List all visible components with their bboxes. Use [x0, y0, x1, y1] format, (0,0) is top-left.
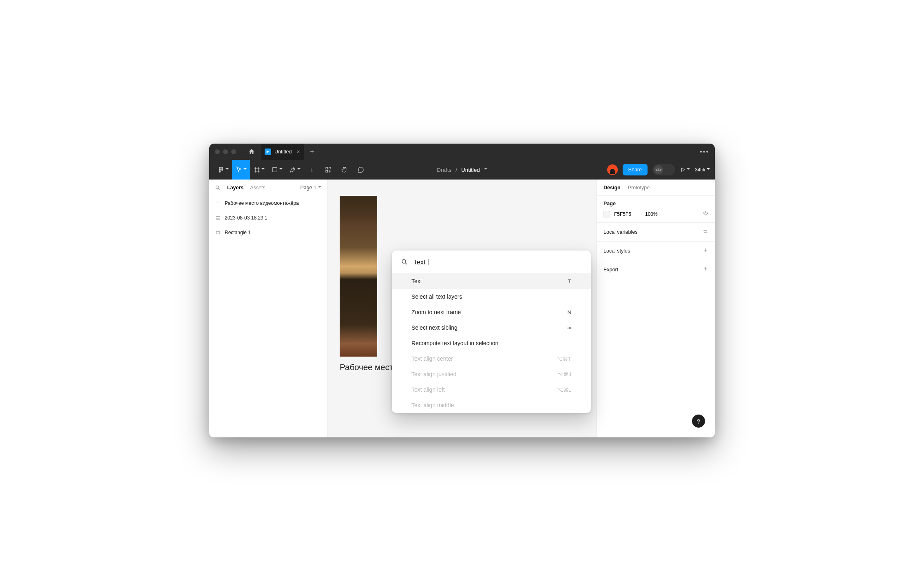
- close-tab-icon[interactable]: ×: [296, 149, 300, 155]
- minimize-window-icon[interactable]: [223, 149, 228, 154]
- maximize-window-icon[interactable]: [231, 149, 236, 154]
- breadcrumb-sep: /: [455, 167, 457, 173]
- shape-tool[interactable]: [268, 160, 286, 180]
- layer-item[interactable]: 2023-08-03 18.29 1: [209, 211, 327, 225]
- home-tab[interactable]: [242, 144, 261, 160]
- palette-item[interactable]: Select all text layers: [392, 289, 591, 304]
- chevron-down-icon: [261, 168, 265, 171]
- local-styles-label: Local styles: [603, 248, 630, 254]
- palette-item: Text align middle: [392, 397, 591, 413]
- zoom-menu[interactable]: 34%: [695, 167, 710, 173]
- app-window: Untitled × + •••: [209, 144, 715, 437]
- dev-mode-icon: </>: [654, 165, 663, 174]
- move-tool[interactable]: [232, 160, 250, 180]
- palette-item[interactable]: Select next sibling⇥: [392, 320, 591, 335]
- comment-tool[interactable]: [353, 160, 369, 180]
- svg-point-16: [402, 259, 406, 263]
- pen-tool[interactable]: [286, 160, 304, 180]
- palette-item: Text align center⌥⌘T: [392, 351, 591, 366]
- visibility-toggle-icon[interactable]: [703, 211, 708, 217]
- palette-item-label: Text align middle: [411, 402, 454, 408]
- search-icon: [401, 258, 408, 266]
- file-tab[interactable]: Untitled ×: [261, 144, 304, 160]
- tab-layers[interactable]: Layers: [227, 185, 243, 191]
- search-icon[interactable]: [215, 185, 221, 191]
- frame-tool[interactable]: [250, 160, 268, 180]
- palette-item[interactable]: TextT: [392, 273, 591, 289]
- text-cursor: [429, 259, 429, 265]
- plus-icon[interactable]: [703, 247, 708, 254]
- palette-item[interactable]: Recompute text layout in selection: [392, 335, 591, 351]
- image-layer-icon: [215, 215, 221, 221]
- layer-item[interactable]: Rectangle 1: [209, 225, 327, 240]
- svg-rect-7: [326, 167, 328, 169]
- user-avatar[interactable]: [607, 164, 618, 175]
- svg-point-14: [704, 230, 705, 231]
- text-tool[interactable]: [304, 160, 320, 180]
- close-window-icon[interactable]: [215, 149, 220, 154]
- help-button[interactable]: ?: [692, 415, 705, 428]
- settings-icon[interactable]: [703, 228, 708, 235]
- right-panel-tabs: Design Prototype: [597, 180, 715, 196]
- page-selector[interactable]: Page 1: [300, 185, 321, 191]
- chevron-down-icon: [243, 168, 247, 171]
- main-menu-button[interactable]: [214, 160, 232, 180]
- svg-point-1: [221, 167, 223, 169]
- rect-layer-icon: [215, 230, 221, 235]
- palette-item-label: Text: [411, 278, 422, 284]
- palette-search-input[interactable]: [415, 258, 582, 266]
- text-layer-icon: [215, 200, 221, 206]
- pen-icon: [289, 166, 296, 173]
- chevron-down-icon[interactable]: [484, 168, 487, 171]
- local-variables-row[interactable]: Local variables: [597, 223, 715, 242]
- layer-item[interactable]: Рабочее место видеомонтажёра: [209, 196, 327, 211]
- more-menu-icon[interactable]: •••: [700, 148, 709, 155]
- palette-item-label: Select next sibling: [411, 324, 458, 331]
- workspace: Layers Assets Page 1 Рабочее место видео…: [209, 180, 715, 437]
- dev-mode-toggle[interactable]: </>: [652, 164, 675, 175]
- zoom-level: 34%: [695, 167, 705, 173]
- palette-item-shortcut: N: [568, 309, 571, 315]
- plus-icon[interactable]: [703, 266, 708, 273]
- layer-name: Rectangle 1: [225, 230, 251, 235]
- breadcrumb-title[interactable]: Untitled: [461, 167, 480, 173]
- titlebar: Untitled × + •••: [209, 144, 715, 160]
- breadcrumb-parent[interactable]: Drafts: [437, 167, 451, 173]
- local-styles-row[interactable]: Local styles: [597, 242, 715, 260]
- page-fill-hex[interactable]: F5F5F5: [614, 211, 631, 217]
- window-controls[interactable]: [209, 149, 242, 154]
- new-tab-button[interactable]: +: [304, 144, 321, 160]
- canvas-image-layer[interactable]: [340, 196, 377, 357]
- tab-design[interactable]: Design: [603, 185, 621, 191]
- palette-item-label: Recompute text layout in selection: [411, 340, 498, 346]
- present-button[interactable]: [680, 167, 690, 173]
- page-fill-opacity[interactable]: 100%: [645, 211, 658, 217]
- palette-item-shortcut: ⌥⌘L: [557, 387, 571, 393]
- export-row[interactable]: Export: [597, 260, 715, 279]
- tab-prototype[interactable]: Prototype: [628, 185, 650, 191]
- palette-item-label: Text align left: [411, 386, 445, 393]
- tab-assets[interactable]: Assets: [250, 185, 265, 191]
- palette-item-label: Text align center: [411, 355, 453, 362]
- chevron-down-icon: [279, 168, 283, 171]
- chevron-down-icon: [297, 168, 301, 171]
- command-palette: TextTSelect all text layersZoom to next …: [392, 251, 591, 413]
- chevron-down-icon: [318, 186, 321, 189]
- page-fill-swatch[interactable]: [603, 211, 610, 217]
- palette-item: Text align justified⌥⌘J: [392, 366, 591, 382]
- cursor-icon: [235, 166, 243, 173]
- export-label: Export: [603, 267, 618, 273]
- palette-item[interactable]: Zoom to next frameN: [392, 304, 591, 320]
- palette-item: Text align left⌥⌘L: [392, 382, 591, 397]
- page-section-title: Page: [603, 201, 708, 206]
- play-icon: [680, 167, 686, 173]
- svg-point-0: [219, 167, 221, 169]
- breadcrumb: Drafts / Untitled: [437, 167, 487, 173]
- share-button[interactable]: Share: [623, 164, 648, 175]
- toolbar: Drafts / Untitled Share </> 34%: [209, 160, 715, 180]
- layer-name: Рабочее место видеомонтажёра: [225, 200, 299, 206]
- hand-tool[interactable]: [336, 160, 353, 180]
- svg-rect-9: [326, 171, 328, 173]
- chevron-down-icon: [707, 168, 710, 171]
- resources-tool[interactable]: [320, 160, 336, 180]
